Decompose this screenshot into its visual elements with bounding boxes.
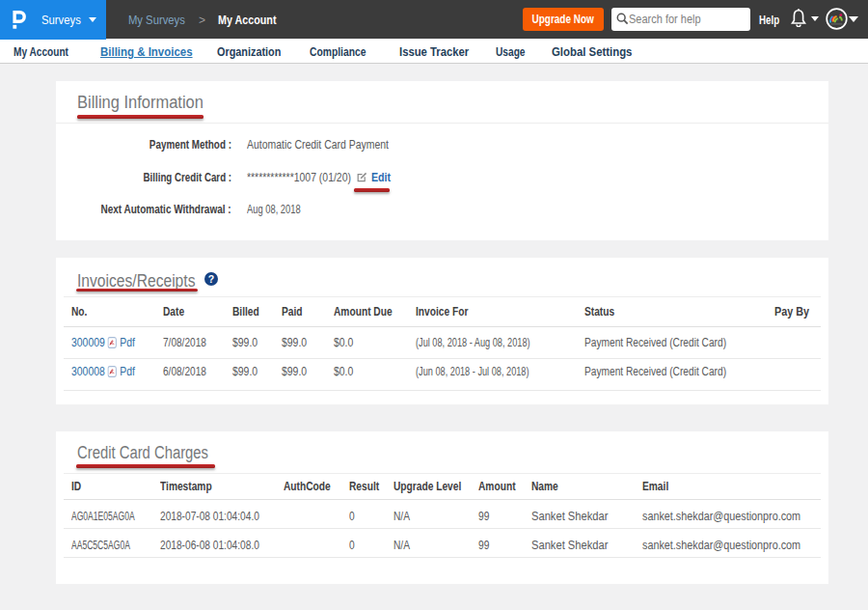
svg-text:?: ? [208, 273, 214, 285]
